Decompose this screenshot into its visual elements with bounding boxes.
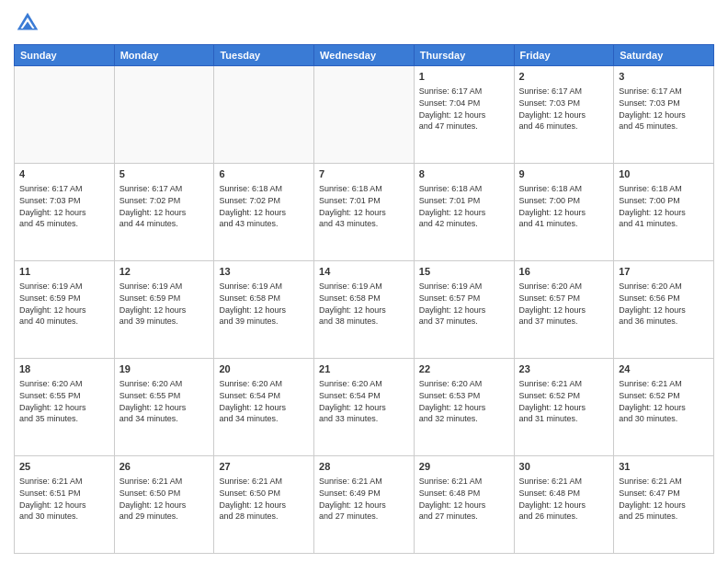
calendar-cell: 17Sunrise: 6:20 AM Sunset: 6:56 PM Dayli… xyxy=(614,261,714,359)
day-number: 26 xyxy=(119,460,210,474)
calendar-cell: 6Sunrise: 6:18 AM Sunset: 7:02 PM Daylig… xyxy=(214,164,314,261)
day-number: 24 xyxy=(619,362,709,376)
calendar-cell: 14Sunrise: 6:19 AM Sunset: 6:58 PM Dayli… xyxy=(314,261,415,359)
calendar-cell: 27Sunrise: 6:21 AM Sunset: 6:50 PM Dayli… xyxy=(214,456,314,554)
calendar-cell xyxy=(214,66,314,164)
calendar-cell: 8Sunrise: 6:18 AM Sunset: 7:01 PM Daylig… xyxy=(414,164,514,261)
day-info: Sunrise: 6:20 AM Sunset: 6:57 PM Dayligh… xyxy=(519,281,609,327)
week-row-4: 18Sunrise: 6:20 AM Sunset: 6:55 PM Dayli… xyxy=(15,359,714,456)
day-info: Sunrise: 6:17 AM Sunset: 7:04 PM Dayligh… xyxy=(419,86,509,132)
calendar-cell: 22Sunrise: 6:20 AM Sunset: 6:53 PM Dayli… xyxy=(414,359,514,456)
day-number: 19 xyxy=(119,362,210,376)
day-number: 6 xyxy=(219,167,309,181)
day-info: Sunrise: 6:20 AM Sunset: 6:55 PM Dayligh… xyxy=(19,378,109,424)
calendar-cell: 25Sunrise: 6:21 AM Sunset: 6:51 PM Dayli… xyxy=(15,456,115,554)
calendar-cell: 23Sunrise: 6:21 AM Sunset: 6:52 PM Dayli… xyxy=(514,359,614,456)
day-info: Sunrise: 6:18 AM Sunset: 7:02 PM Dayligh… xyxy=(219,183,309,229)
calendar-cell: 19Sunrise: 6:20 AM Sunset: 6:55 PM Dayli… xyxy=(114,359,214,456)
day-info: Sunrise: 6:20 AM Sunset: 6:55 PM Dayligh… xyxy=(119,378,210,424)
day-info: Sunrise: 6:20 AM Sunset: 6:54 PM Dayligh… xyxy=(219,378,309,424)
day-number: 17 xyxy=(619,265,709,279)
calendar-cell: 7Sunrise: 6:18 AM Sunset: 7:01 PM Daylig… xyxy=(314,164,415,261)
calendar-cell: 2Sunrise: 6:17 AM Sunset: 7:03 PM Daylig… xyxy=(514,66,614,164)
day-number: 9 xyxy=(519,167,609,181)
day-number: 12 xyxy=(119,265,210,279)
day-info: Sunrise: 6:19 AM Sunset: 6:59 PM Dayligh… xyxy=(119,281,210,327)
day-number: 14 xyxy=(319,265,409,279)
day-header-thursday: Thursday xyxy=(414,45,514,66)
day-header-saturday: Saturday xyxy=(614,45,714,66)
calendar-cell: 5Sunrise: 6:17 AM Sunset: 7:02 PM Daylig… xyxy=(114,164,214,261)
day-info: Sunrise: 6:21 AM Sunset: 6:49 PM Dayligh… xyxy=(319,476,409,522)
calendar-cell: 20Sunrise: 6:20 AM Sunset: 6:54 PM Dayli… xyxy=(214,359,314,456)
calendar-cell: 21Sunrise: 6:20 AM Sunset: 6:54 PM Dayli… xyxy=(314,359,415,456)
day-info: Sunrise: 6:17 AM Sunset: 7:03 PM Dayligh… xyxy=(19,183,109,229)
logo xyxy=(14,9,45,37)
calendar-cell: 9Sunrise: 6:18 AM Sunset: 7:00 PM Daylig… xyxy=(514,164,614,261)
calendar-cell: 1Sunrise: 6:17 AM Sunset: 7:04 PM Daylig… xyxy=(414,66,514,164)
day-number: 10 xyxy=(619,167,709,181)
calendar-cell: 18Sunrise: 6:20 AM Sunset: 6:55 PM Dayli… xyxy=(15,359,115,456)
logo-icon xyxy=(14,9,41,37)
day-info: Sunrise: 6:18 AM Sunset: 7:01 PM Dayligh… xyxy=(419,183,509,229)
calendar-cell: 28Sunrise: 6:21 AM Sunset: 6:49 PM Dayli… xyxy=(314,456,415,554)
day-info: Sunrise: 6:20 AM Sunset: 6:53 PM Dayligh… xyxy=(419,378,509,424)
day-number: 4 xyxy=(19,167,109,181)
day-number: 7 xyxy=(319,167,409,181)
day-info: Sunrise: 6:20 AM Sunset: 6:54 PM Dayligh… xyxy=(319,378,409,424)
week-row-1: 1Sunrise: 6:17 AM Sunset: 7:04 PM Daylig… xyxy=(15,66,714,164)
page: SundayMondayTuesdayWednesdayThursdayFrid… xyxy=(0,0,728,563)
day-number: 23 xyxy=(519,362,609,376)
day-info: Sunrise: 6:17 AM Sunset: 7:03 PM Dayligh… xyxy=(619,86,709,132)
calendar-cell xyxy=(314,66,415,164)
calendar-cell: 29Sunrise: 6:21 AM Sunset: 6:48 PM Dayli… xyxy=(414,456,514,554)
calendar-cell: 30Sunrise: 6:21 AM Sunset: 6:48 PM Dayli… xyxy=(514,456,614,554)
day-info: Sunrise: 6:21 AM Sunset: 6:50 PM Dayligh… xyxy=(119,476,210,522)
day-header-monday: Monday xyxy=(114,45,214,66)
calendar-cell: 15Sunrise: 6:19 AM Sunset: 6:57 PM Dayli… xyxy=(414,261,514,359)
day-number: 27 xyxy=(219,460,309,474)
day-header-tuesday: Tuesday xyxy=(214,45,314,66)
calendar-cell: 4Sunrise: 6:17 AM Sunset: 7:03 PM Daylig… xyxy=(15,164,115,261)
day-info: Sunrise: 6:21 AM Sunset: 6:52 PM Dayligh… xyxy=(619,378,709,424)
day-number: 8 xyxy=(419,167,509,181)
day-info: Sunrise: 6:17 AM Sunset: 7:03 PM Dayligh… xyxy=(519,86,609,132)
day-info: Sunrise: 6:21 AM Sunset: 6:48 PM Dayligh… xyxy=(519,476,609,522)
calendar-cell xyxy=(15,66,115,164)
calendar-cell: 11Sunrise: 6:19 AM Sunset: 6:59 PM Dayli… xyxy=(15,261,115,359)
week-row-5: 25Sunrise: 6:21 AM Sunset: 6:51 PM Dayli… xyxy=(15,456,714,554)
header-row: SundayMondayTuesdayWednesdayThursdayFrid… xyxy=(15,45,714,66)
day-info: Sunrise: 6:18 AM Sunset: 7:01 PM Dayligh… xyxy=(319,183,409,229)
day-info: Sunrise: 6:21 AM Sunset: 6:47 PM Dayligh… xyxy=(619,476,709,522)
day-info: Sunrise: 6:18 AM Sunset: 7:00 PM Dayligh… xyxy=(519,183,609,229)
header xyxy=(14,9,714,37)
day-number: 2 xyxy=(519,70,609,84)
day-number: 11 xyxy=(19,265,109,279)
calendar-cell: 3Sunrise: 6:17 AM Sunset: 7:03 PM Daylig… xyxy=(614,66,714,164)
day-number: 15 xyxy=(419,265,509,279)
day-info: Sunrise: 6:19 AM Sunset: 6:58 PM Dayligh… xyxy=(319,281,409,327)
day-number: 13 xyxy=(219,265,309,279)
day-info: Sunrise: 6:20 AM Sunset: 6:56 PM Dayligh… xyxy=(619,281,709,327)
day-number: 25 xyxy=(19,460,109,474)
calendar-cell: 13Sunrise: 6:19 AM Sunset: 6:58 PM Dayli… xyxy=(214,261,314,359)
calendar-cell: 12Sunrise: 6:19 AM Sunset: 6:59 PM Dayli… xyxy=(114,261,214,359)
day-number: 22 xyxy=(419,362,509,376)
day-info: Sunrise: 6:19 AM Sunset: 6:59 PM Dayligh… xyxy=(19,281,109,327)
calendar-table: SundayMondayTuesdayWednesdayThursdayFrid… xyxy=(14,44,714,554)
week-row-3: 11Sunrise: 6:19 AM Sunset: 6:59 PM Dayli… xyxy=(15,261,714,359)
day-number: 1 xyxy=(419,70,509,84)
calendar-cell: 24Sunrise: 6:21 AM Sunset: 6:52 PM Dayli… xyxy=(614,359,714,456)
day-number: 16 xyxy=(519,265,609,279)
day-header-sunday: Sunday xyxy=(15,45,115,66)
calendar-cell: 10Sunrise: 6:18 AM Sunset: 7:00 PM Dayli… xyxy=(614,164,714,261)
day-header-friday: Friday xyxy=(514,45,614,66)
day-info: Sunrise: 6:21 AM Sunset: 6:51 PM Dayligh… xyxy=(19,476,109,522)
day-header-wednesday: Wednesday xyxy=(314,45,415,66)
day-info: Sunrise: 6:21 AM Sunset: 6:48 PM Dayligh… xyxy=(419,476,509,522)
calendar-cell: 26Sunrise: 6:21 AM Sunset: 6:50 PM Dayli… xyxy=(114,456,214,554)
week-row-2: 4Sunrise: 6:17 AM Sunset: 7:03 PM Daylig… xyxy=(15,164,714,261)
day-number: 28 xyxy=(319,460,409,474)
calendar-cell xyxy=(114,66,214,164)
day-number: 5 xyxy=(119,167,210,181)
